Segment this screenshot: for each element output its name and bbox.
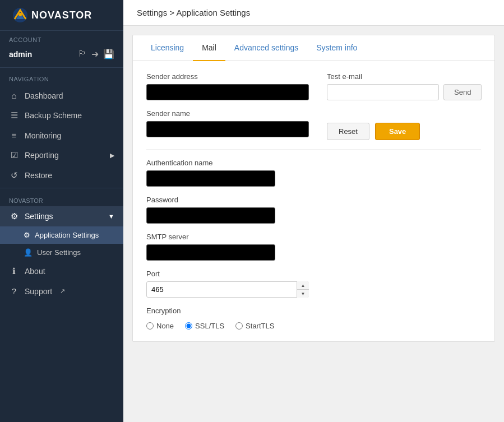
smtp-server-label: SMTP server — [146, 233, 481, 241]
sender-address-input[interactable] — [146, 84, 309, 100]
encryption-none-option[interactable]: None — [146, 322, 174, 330]
support-icon: ? — [9, 286, 19, 296]
encryption-label: Encryption — [146, 307, 481, 315]
sidebar-item-about[interactable]: ℹ About — [0, 261, 123, 281]
sidebar-item-label: Backup Scheme — [25, 111, 82, 120]
divider-2 — [0, 188, 123, 188]
novastor-section-label: NovaStor — [0, 191, 123, 206]
encryption-options: None SSL/TLS StartTLS — [146, 322, 481, 330]
action-buttons: Reset Save — [327, 123, 420, 140]
monitoring-icon: ≡ — [9, 131, 19, 140]
tab-mail[interactable]: Mail — [193, 35, 225, 61]
logout-icon[interactable]: ➜ — [91, 49, 99, 59]
application-settings-icon: ⚙ — [24, 231, 30, 239]
auth-name-input[interactable] — [146, 170, 275, 187]
external-link-icon: ↗ — [60, 287, 65, 295]
main-content: Settings > Application Settings Licensin… — [123, 0, 504, 422]
sidebar-item-restore[interactable]: ↺ Restore — [0, 165, 123, 186]
user-settings-icon: 👤 — [24, 248, 33, 257]
test-email-group: Test e-mail Send — [327, 72, 482, 100]
backup-scheme-icon: ☰ — [9, 110, 19, 120]
svg-point-1 — [19, 13, 22, 16]
sidebar-item-label: Settings — [25, 212, 53, 221]
encryption-none-label: None — [156, 322, 174, 330]
sidebar-item-label: Reporting — [25, 151, 59, 160]
sidebar-item-support[interactable]: ? Support ↗ — [0, 281, 123, 301]
sidebar-item-label: About — [25, 267, 45, 276]
encryption-ssl-option[interactable]: SSL/TLS — [185, 322, 224, 330]
sidebar-item-monitoring[interactable]: ≡ Monitoring — [0, 126, 123, 145]
sidebar-item-settings[interactable]: ⚙ Settings ▼ — [0, 206, 123, 226]
sidebar-sub-item-label: Application Settings — [35, 231, 99, 239]
sidebar-item-user-settings[interactable]: 👤 User Settings — [0, 244, 123, 261]
about-icon: ℹ — [9, 266, 19, 276]
reporting-icon: ☑ — [9, 150, 19, 160]
novastor-logo — [9, 7, 31, 24]
encryption-starttls-label: StartTLS — [246, 322, 274, 330]
chevron-right-icon: ▶ — [110, 152, 114, 159]
test-email-label: Test e-mail — [327, 72, 482, 81]
auth-name-label: Authentication name — [146, 159, 481, 167]
sidebar: NOVASTOR Account admin 🏳 ➜ 💾 Navigation … — [0, 0, 123, 422]
smtp-server-input[interactable] — [146, 244, 275, 261]
sidebar-item-label: Dashboard — [25, 91, 63, 100]
password-group: Password — [146, 196, 481, 224]
port-group: Port ▲ ▼ — [146, 270, 481, 298]
sidebar-item-label: Monitoring — [25, 131, 61, 140]
port-input[interactable] — [146, 281, 309, 298]
password-input[interactable] — [146, 207, 275, 224]
port-input-wrapper: ▲ ▼ — [146, 281, 309, 298]
save-profile-icon[interactable]: 💾 — [103, 49, 114, 59]
test-email-input[interactable] — [327, 84, 439, 100]
settings-card: Licensing Mail Advanced settings System … — [132, 35, 495, 342]
form-row-1: Sender address Test e-mail Send — [146, 72, 481, 100]
action-buttons-group: Reset Save — [327, 109, 420, 140]
encryption-starttls-option[interactable]: StartTLS — [235, 322, 274, 330]
account-section-label: Account — [0, 31, 123, 45]
encryption-none-radio[interactable] — [146, 322, 154, 330]
sidebar-item-label: Support — [25, 287, 52, 296]
tab-advanced[interactable]: Advanced settings — [225, 35, 307, 61]
settings-icon: ⚙ — [9, 211, 19, 221]
sidebar-sub-item-label: User Settings — [37, 248, 81, 257]
logo-area: NOVASTOR — [0, 0, 123, 31]
save-button[interactable]: Save — [375, 123, 420, 140]
password-label: Password — [146, 196, 481, 204]
tab-licensing[interactable]: Licensing — [142, 35, 193, 61]
sidebar-item-application-settings[interactable]: ⚙ Application Settings — [0, 226, 123, 244]
sidebar-item-backup-scheme[interactable]: ☰ Backup Scheme — [0, 105, 123, 126]
sidebar-item-label: Restore — [25, 171, 52, 180]
tab-system-info[interactable]: System info — [307, 35, 366, 61]
restore-icon: ↺ — [9, 170, 19, 180]
port-spinners: ▲ ▼ — [297, 281, 309, 298]
sidebar-item-reporting[interactable]: ☑ Reporting ▶ — [0, 145, 123, 165]
sidebar-item-dashboard[interactable]: ⌂ Dashboard — [0, 86, 123, 105]
form-row-2: Sender name Reset Save — [146, 109, 481, 140]
sender-name-label: Sender name — [146, 109, 309, 118]
user-row: admin 🏳 ➜ 💾 — [0, 45, 123, 65]
port-decrement-button[interactable]: ▼ — [297, 290, 309, 298]
encryption-ssl-radio[interactable] — [185, 322, 192, 330]
chevron-down-icon: ▼ — [108, 213, 114, 220]
test-email-row: Send — [327, 84, 482, 100]
dashboard-icon: ⌂ — [9, 91, 19, 100]
content-area: Licensing Mail Advanced settings System … — [123, 26, 504, 422]
port-increment-button[interactable]: ▲ — [297, 281, 309, 290]
flag-icon[interactable]: 🏳 — [78, 49, 87, 59]
reset-button[interactable]: Reset — [327, 123, 369, 140]
logo-text: NOVASTOR — [31, 10, 92, 21]
port-label: Port — [146, 270, 481, 278]
encryption-group: Encryption None SSL/TLS StartTLS — [146, 307, 481, 330]
form-divider — [146, 149, 481, 150]
sender-name-input[interactable] — [146, 121, 309, 137]
encryption-starttls-radio[interactable] — [235, 322, 243, 330]
mail-form: Sender address Test e-mail Send Send — [133, 61, 494, 341]
send-button[interactable]: Send — [443, 84, 482, 100]
tab-bar: Licensing Mail Advanced settings System … — [133, 35, 494, 61]
navigation-label: Navigation — [0, 70, 123, 86]
sender-address-group: Sender address — [146, 72, 309, 100]
auth-name-group: Authentication name — [146, 159, 481, 187]
sender-address-label: Sender address — [146, 72, 309, 81]
breadcrumb: Settings > Application Settings — [123, 0, 504, 26]
smtp-server-group: SMTP server — [146, 233, 481, 261]
